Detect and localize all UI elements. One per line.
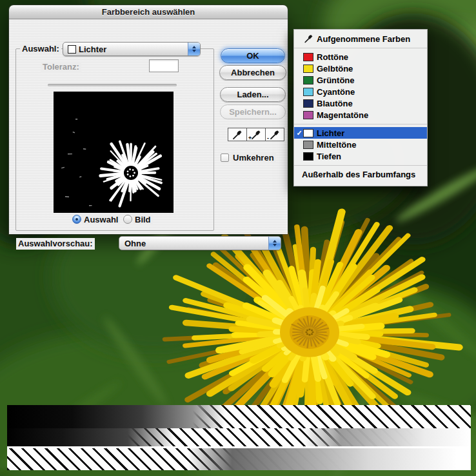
dialog-titlebar[interactable]: Farbbereich auswählen [9,5,288,19]
color-range-dialog: Farbbereich auswählen Auswahl: Lichter T… [9,5,288,234]
eyedropper-minus-icon [269,129,281,141]
menu-item-aufgenommene-farben[interactable]: Aufgenommene Farben [294,33,427,45]
selection-preview-dropdown[interactable]: Ohne [119,236,281,250]
menu-item-cyantoene[interactable]: Cyantöne [294,86,427,97]
tolerance-slider [48,84,177,86]
green-swatch [303,76,313,84]
dialog-title: Farbbereich auswählen [102,7,195,17]
selection-preview-thumbnail [54,92,174,213]
tolerance-label: Toleranz: [41,61,81,73]
select-dropdown-value: Lichter [79,45,106,54]
arrow-up-icon [273,238,277,243]
eyedropper-icon [232,129,243,141]
eyedropper-icon [303,34,314,44]
eyedropper-plus-icon [250,129,262,141]
load-button[interactable]: Laden... [220,87,286,102]
menu-separator [294,45,427,51]
tolerance-bar-top [7,405,471,428]
selection-preview-label: Auswahlvorschau: [16,238,95,250]
eyedropper-tools: + - [228,128,284,141]
blue-swatch [303,99,313,108]
checkmark-icon: ✓ [295,129,303,137]
menu-separator [294,121,427,127]
save-button[interactable]: Speichern... [220,104,286,119]
dialog-body: Auswahl: Lichter Toleranz: Auswahl Bild … [9,19,288,234]
menu-item-magentatoene[interactable]: Magentatöne [294,109,427,121]
arrow-up-icon [192,44,196,48]
black-swatch [303,152,313,161]
menu-item-mitteltoene[interactable]: Mitteltöne [294,139,427,150]
select-dropdown-menu: Aufgenommene Farben Rottöne Gelbtöne Grü… [293,29,428,186]
screenshot-root: Farbbereich auswählen Auswahl: Lichter T… [0,0,476,476]
selection-mask-image [54,92,174,213]
selected-range-swatch [68,45,76,54]
eyedropper-plus-button[interactable]: + [246,128,266,141]
ok-button[interactable]: OK [221,48,285,63]
arrow-down-icon [192,50,196,54]
radio-auswahl-label: Auswahl [82,214,120,226]
arrow-down-icon [273,244,277,248]
selection-preview-value: Ohne [124,239,146,248]
invert-label: Umkehren [231,152,276,164]
menu-item-lichter[interactable]: ✓ Lichter [294,127,427,139]
magenta-swatch [303,111,313,119]
tolerance-bar-middle [7,428,471,446]
radio-bild[interactable] [123,215,132,224]
menu-item-gruentoene[interactable]: Grüntöne [294,74,427,86]
radio-bild-label: Bild [133,214,153,226]
red-swatch [303,53,313,61]
select-label: Auswahl: [20,43,61,55]
menu-item-blautoene[interactable]: Blautöne [294,97,427,109]
menu-item-tiefen[interactable]: Tiefen [294,150,427,162]
stepper-cap [268,237,281,250]
plus-glyph: + [248,135,252,141]
tolerance-illustration [7,405,471,471]
minus-glyph: - [267,135,269,141]
menu-item-gelbtoene[interactable]: Gelbtöne [294,63,427,74]
menu-item-rottoene[interactable]: Rottöne [294,51,427,63]
eyedropper-button[interactable] [228,128,247,141]
stepper-cap [188,43,200,55]
invert-checkbox[interactable] [221,154,229,162]
gray-swatch [303,141,313,149]
radio-auswahl[interactable] [72,215,81,224]
eyedropper-minus-button[interactable]: - [265,128,284,141]
cancel-button[interactable]: Abbrechen [219,65,286,80]
yellow-swatch [303,64,313,73]
white-swatch [303,129,313,137]
menu-separator [294,162,427,168]
tolerance-bar-bottom [7,448,471,470]
menu-item-ausserhalb-farbumfang[interactable]: Außerhalb des Farbumfangs [294,168,427,180]
select-dropdown[interactable]: Lichter [63,42,201,56]
tolerance-input[interactable] [149,59,179,72]
cyan-swatch [303,88,313,96]
